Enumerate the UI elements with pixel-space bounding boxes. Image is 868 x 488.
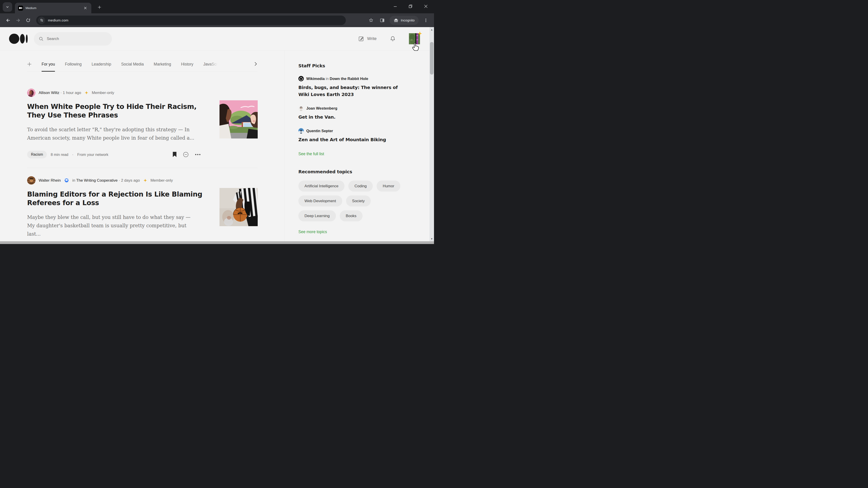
see-full-list-link[interactable]: See the full list	[298, 152, 324, 156]
tab-search-button[interactable]	[3, 2, 12, 12]
article-thumbnail[interactable]	[219, 100, 258, 138]
topic-pill[interactable]: Society	[346, 195, 371, 206]
topic-pill[interactable]: Artificial Intelligence	[298, 181, 344, 192]
topic-tag[interactable]: Racism	[27, 151, 47, 158]
see-more-topics-link[interactable]: See more topics	[298, 230, 327, 234]
pick-author[interactable]: Wikimedia	[306, 76, 324, 80]
article-card[interactable]: Walter Rhein in The Writing Cooperative …	[27, 176, 258, 238]
staff-pick-title-text[interactable]: Get in the Van.	[298, 113, 398, 121]
feed-tab-bar: For you Following Leadership Social Medi…	[27, 62, 258, 71]
article-source: From your network	[77, 153, 108, 157]
wikimedia-logo-icon	[298, 76, 304, 81]
page-scrollbar[interactable]: ▲ ▼	[430, 27, 434, 241]
article-actions	[173, 152, 201, 158]
feed-tab-history[interactable]: History	[181, 62, 193, 72]
medium-header: Search Write	[0, 27, 434, 51]
page-content: For you Following Leadership Social Medi…	[0, 51, 434, 241]
bookmark-saved-icon[interactable]	[173, 152, 177, 157]
article-excerpt[interactable]: To avoid the scarlet letter "R," they're…	[27, 125, 195, 142]
article-title[interactable]: Blaming Editors for a Rejection Is Like …	[27, 190, 206, 207]
topic-pill[interactable]: Coding	[348, 181, 373, 192]
back-button[interactable]	[3, 15, 13, 25]
notifications-bell-icon[interactable]	[390, 36, 396, 42]
topic-pill[interactable]: Books	[340, 210, 363, 221]
more-options-icon[interactable]	[195, 154, 201, 156]
mouse-cursor	[412, 42, 420, 52]
pick-publication[interactable]: Down the Rabbit Hole	[330, 76, 368, 80]
window-minimize-button[interactable]	[389, 0, 401, 13]
topic-pill[interactable]: Web Development	[298, 195, 342, 206]
member-only-star-icon	[144, 179, 147, 182]
forward-button[interactable]	[13, 15, 23, 25]
site-settings-icon[interactable]	[38, 17, 45, 24]
scroll-down-icon[interactable]: ▼	[430, 237, 434, 240]
feed-column: For you Following Leadership Social Medi…	[27, 51, 258, 238]
member-only-label: Member-only	[151, 178, 173, 183]
author-avatar	[298, 128, 304, 133]
search-icon	[39, 36, 43, 41]
header-actions: Write	[358, 33, 420, 44]
medium-logo[interactable]	[9, 33, 28, 44]
pick-author[interactable]: Quentin Septer	[306, 129, 333, 133]
topic-pill[interactable]: Humor	[377, 181, 400, 192]
author-avatar[interactable]	[27, 176, 35, 185]
staff-pick-byline: Joan Westenberg	[298, 105, 399, 111]
in-word: in	[72, 178, 75, 183]
staff-pick-item[interactable]: Joan Westenberg Get in the Van.	[298, 105, 399, 121]
post-divider	[27, 168, 258, 168]
member-only-star-icon	[85, 91, 88, 94]
bookmark-star-icon[interactable]	[366, 15, 376, 25]
write-label: Write	[367, 36, 377, 41]
scrollbar-thumb[interactable]	[430, 42, 434, 74]
browser-toolbar: medium.com Incognito	[0, 13, 434, 27]
tab-title: Medium	[26, 6, 80, 10]
incognito-icon	[394, 18, 399, 23]
add-topic-icon[interactable]	[27, 62, 32, 71]
byline-text: Walter Rhein	[39, 178, 61, 183]
feed-tab-for-you[interactable]: For you	[41, 62, 55, 72]
feed-tab-leadership[interactable]: Leadership	[92, 62, 111, 72]
pick-author[interactable]: Joan Westenberg	[306, 106, 337, 110]
article-excerpt[interactable]: Maybe they blew the call, but you still …	[27, 213, 195, 238]
browser-menu-icon[interactable]	[421, 15, 431, 25]
article-title[interactable]: When White People Try to Hide Their Raci…	[27, 102, 206, 120]
tab-close-icon[interactable]	[82, 5, 88, 11]
browser-tab[interactable]: Medium	[15, 3, 91, 13]
author-name[interactable]: Allison Wiltz	[39, 91, 59, 95]
feed-tab-marketing[interactable]: Marketing	[154, 62, 171, 72]
staff-pick-title-text[interactable]: Birds, bugs, and beauty: The winners of …	[298, 84, 398, 98]
publication-name[interactable]: The Writing Cooperative	[76, 178, 118, 183]
side-panel-icon[interactable]	[377, 15, 387, 25]
window-restore-button[interactable]	[404, 0, 417, 13]
show-less-icon[interactable]	[183, 152, 189, 158]
staff-pick-item[interactable]: Quentin Septer Zen and the Art of Mounta…	[298, 128, 399, 143]
medium-favicon-icon	[18, 6, 23, 11]
staff-pick-item[interactable]: Wikimedia in Down the Rabbit Hole Birds,…	[298, 76, 399, 98]
incognito-badge: Incognito	[390, 16, 418, 25]
staff-pick-title-text[interactable]: Zen and the Art of Mountain Biking	[298, 136, 398, 143]
article-card[interactable]: Allison Wiltz · 1 hour ago Member-only W…	[27, 89, 258, 158]
article-time: 2 days ago	[121, 178, 140, 183]
author-name[interactable]: Walter Rhein	[39, 178, 61, 183]
member-only-label: Member-only	[92, 91, 114, 95]
new-tab-button[interactable]	[95, 3, 104, 12]
tabs-scroll-right-icon[interactable]	[254, 62, 258, 70]
medium-page: Search Write	[0, 27, 434, 241]
window-close-button[interactable]	[420, 0, 432, 13]
feed-tab-social-media[interactable]: Social Media	[121, 62, 144, 72]
topic-pill[interactable]: Deep Learning	[298, 210, 336, 221]
chevron-down-icon	[6, 5, 9, 9]
staff-pick-byline: Wikimedia in Down the Rabbit Hole	[298, 76, 399, 81]
browser-titlebar: Medium	[0, 0, 434, 13]
separator-dot: ·	[72, 153, 73, 157]
address-bar[interactable]: medium.com	[36, 15, 346, 25]
reload-button[interactable]	[23, 15, 33, 25]
author-avatar[interactable]	[27, 89, 35, 97]
feed-tab-javascript[interactable]: JavaScript	[203, 62, 219, 72]
article-thumbnail[interactable]	[219, 188, 258, 226]
feed-tab-following[interactable]: Following	[65, 62, 82, 72]
write-button[interactable]: Write	[358, 36, 377, 42]
scroll-up-icon[interactable]: ▲	[430, 28, 434, 31]
article-footer: Racism 8 min read · From your network	[27, 151, 206, 158]
search-input[interactable]: Search	[34, 32, 112, 46]
